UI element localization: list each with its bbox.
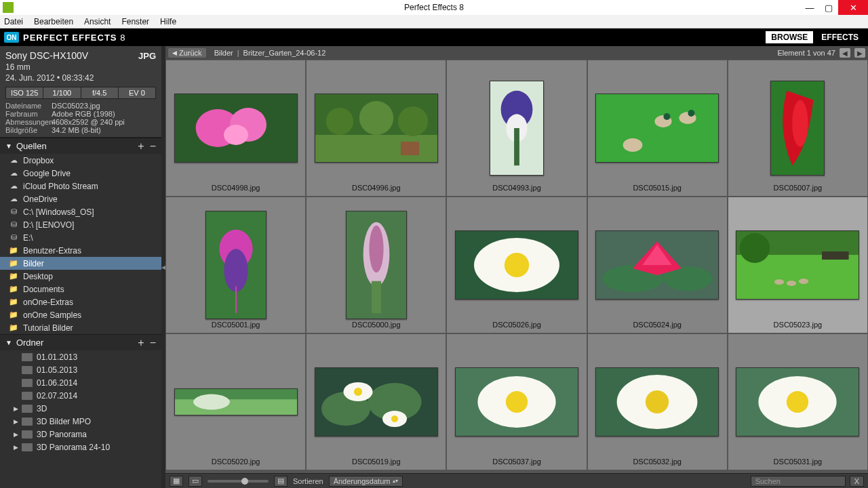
svg-point-28 xyxy=(369,226,383,273)
thumbnail-image xyxy=(595,230,719,300)
sources-header[interactable]: ▼ Quellen + − xyxy=(0,138,161,154)
folder-item[interactable]: 01.06.2014 xyxy=(0,376,161,389)
thumbnail-cell[interactable]: DSC05007.jpg xyxy=(728,60,867,196)
minimize-button[interactable]: — xyxy=(800,0,819,15)
thumbnail-cell[interactable]: DSC05026.jpg xyxy=(447,197,586,333)
thumbnail-cell[interactable]: DSC05019.jpg xyxy=(307,334,446,470)
back-button[interactable]: ◀Zurück xyxy=(168,48,206,58)
thumbnail-cell[interactable]: DSC05000.jpg xyxy=(307,197,446,333)
source-item[interactable]: ☁Dropbox xyxy=(0,154,161,167)
thumbnail-filename: DSC05007.jpg xyxy=(774,184,823,192)
source-label: onOne-Extras xyxy=(23,298,73,307)
svg-point-58 xyxy=(646,390,669,413)
source-item[interactable]: ☁OneDrive xyxy=(0,192,161,205)
thumbnail-size-slider[interactable] xyxy=(208,480,269,483)
source-item[interactable]: 📁Documents xyxy=(0,283,161,296)
thumbnail-cell[interactable]: DSC04996.jpg xyxy=(307,60,446,196)
folders-header[interactable]: ▼ Ordner + − xyxy=(0,335,161,350)
thumbnail-filename: DSC05019.jpg xyxy=(352,458,401,466)
search-input[interactable]: Suchen xyxy=(751,476,846,487)
mode-browse-button[interactable]: BROWSE xyxy=(766,31,813,43)
source-label: Google Drive xyxy=(23,169,71,178)
add-folder-button[interactable]: + xyxy=(138,339,144,347)
breadcrumb-1[interactable]: Bilder xyxy=(214,49,233,57)
thumbnail-image xyxy=(205,211,267,319)
source-item[interactable]: 📁Desktop xyxy=(0,270,161,283)
thumbnail-filename: DSC05001.jpg xyxy=(212,321,260,329)
thumbnail-cell[interactable]: DSC05020.jpg xyxy=(166,334,305,470)
menu-help[interactable]: Hilfe xyxy=(160,17,176,26)
svg-rect-44 xyxy=(175,399,297,415)
menu-edit[interactable]: Bearbeiten xyxy=(34,17,73,26)
source-label: Desktop xyxy=(23,272,53,281)
folder-label: 3D Panorama 24-10 xyxy=(37,443,110,452)
close-button[interactable]: ✕ xyxy=(838,0,868,15)
folder-label: 02.07.2014 xyxy=(37,391,77,401)
menu-file[interactable]: Datei xyxy=(4,17,23,26)
mode-effects-button[interactable]: EFFECTS xyxy=(816,31,864,43)
thumbnail-cell[interactable]: DSC05015.jpg xyxy=(588,60,727,196)
source-item[interactable]: 📁Bilder xyxy=(0,257,161,270)
metadata-panel: Sony DSC-HX100V JPG 16 mm 24. Jun. 2012 … xyxy=(0,46,161,138)
menu-window[interactable]: Fenster xyxy=(121,17,149,26)
grid-view-button[interactable]: ▦ xyxy=(170,476,183,487)
source-label: D:\ [LENOVO] xyxy=(23,220,74,230)
source-item[interactable]: ☁iCloud Photo Stream xyxy=(0,180,161,192)
svg-point-50 xyxy=(354,388,362,396)
thumbnail-cell[interactable]: DSC05024.jpg xyxy=(588,197,727,333)
source-label: Bilder xyxy=(23,259,44,268)
sort-dropdown[interactable]: Änderungsdatum▴▾ xyxy=(329,476,403,487)
remove-source-button[interactable]: − xyxy=(150,142,156,150)
folder-item[interactable]: 02.07.2014 xyxy=(0,389,161,402)
thumbnail-cell[interactable]: DSC05037.jpg xyxy=(447,334,586,470)
source-item[interactable]: ☁Google Drive xyxy=(0,167,161,180)
prev-image-button[interactable]: ◀ xyxy=(840,48,850,58)
folder-item[interactable]: ▶3D Panorama xyxy=(0,428,161,441)
folder-label: 01.01.2013 xyxy=(37,352,77,362)
folder-label: 3D Panorama xyxy=(37,430,87,439)
folder-icon xyxy=(22,443,33,451)
svg-rect-29 xyxy=(372,281,381,313)
source-item[interactable]: 📁onOne-Extras xyxy=(0,296,161,308)
thumbnail-image xyxy=(736,230,859,300)
thumbnail-cell[interactable]: DSC05031.jpg xyxy=(728,334,867,470)
menu-view[interactable]: Ansicht xyxy=(84,17,111,26)
folder-icon: 📁 xyxy=(8,298,19,307)
thumbnail-cell[interactable]: DSC05001.jpg xyxy=(166,197,305,333)
thumbnail-cell[interactable]: DSC04998.jpg xyxy=(166,60,305,196)
maximize-button[interactable]: ▢ xyxy=(819,0,838,15)
add-source-button[interactable]: + xyxy=(138,142,144,150)
clear-search-button[interactable]: X xyxy=(850,476,864,487)
next-image-button[interactable]: ▶ xyxy=(854,48,865,58)
folder-item[interactable]: 01.01.2013 xyxy=(0,350,161,363)
folder-item[interactable]: ▶3D Bilder MPO xyxy=(0,415,161,428)
folder-item[interactable]: ▶3D Panorama 24-10 xyxy=(0,441,161,453)
menubar: Datei Bearbeiten Ansicht Fenster Hilfe xyxy=(0,15,868,28)
thumbnail-image xyxy=(315,94,438,163)
folder-item[interactable]: ▶3D xyxy=(0,402,161,415)
thumbnail-cell[interactable]: DSC05023.jpg xyxy=(728,197,867,333)
source-item[interactable]: ⛁E:\ xyxy=(0,231,161,244)
iso-value: ISO 125 xyxy=(5,87,43,99)
thumbnail-filename: DSC05026.jpg xyxy=(492,321,541,329)
svg-rect-14 xyxy=(596,94,718,162)
source-item[interactable]: ⛁D:\ [LENOVO] xyxy=(0,218,161,231)
source-item[interactable]: 📁Tutorial Bilder xyxy=(0,321,161,334)
thumbnail-image xyxy=(770,81,825,176)
remove-folder-button[interactable]: − xyxy=(150,339,156,347)
window-title: Perfect Effects 8 xyxy=(404,3,464,12)
source-item[interactable]: 📁Benutzer-Extras xyxy=(0,244,161,257)
meta-dimensions: 4608x2592 @ 240 ppi xyxy=(52,118,125,126)
source-item[interactable]: ⛁C:\ [Windows8_OS] xyxy=(0,205,161,218)
folder-item[interactable]: 01.05.2013 xyxy=(0,363,161,376)
folder-icon: 📁 xyxy=(8,272,19,281)
filter-button[interactable]: ▤ xyxy=(274,476,288,487)
thumbnail-cell[interactable]: DSC04993.jpg xyxy=(447,60,586,196)
source-label: C:\ [Windows8_OS] xyxy=(23,207,94,217)
thumbnail-image xyxy=(595,94,719,163)
single-view-button[interactable]: ▭ xyxy=(189,476,202,487)
source-item[interactable]: 📁onOne Samples xyxy=(0,308,161,321)
sidebar: Sony DSC-HX100V JPG 16 mm 24. Jun. 2012 … xyxy=(0,46,161,488)
breadcrumb-2[interactable]: Britzer_Garten_24-06-12 xyxy=(243,49,326,57)
thumbnail-cell[interactable]: DSC05032.jpg xyxy=(588,334,727,470)
